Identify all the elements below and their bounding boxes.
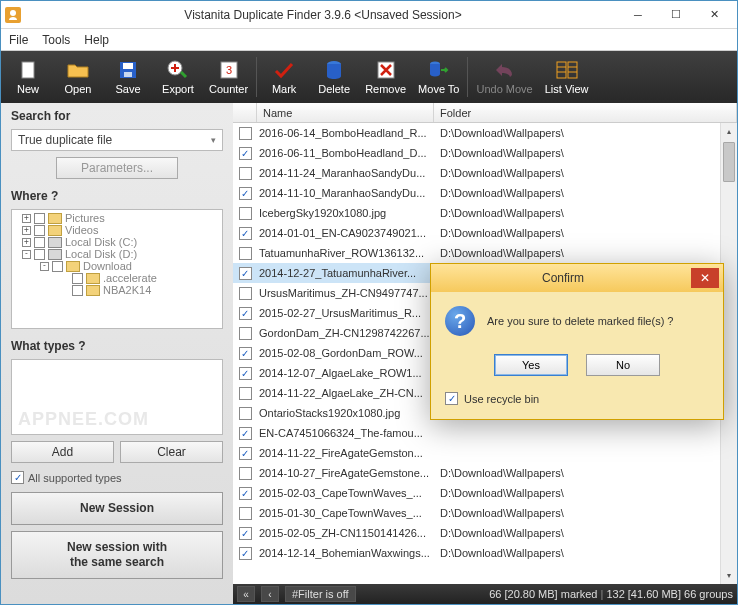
table-row[interactable]: ✓2014-12-14_BohemianWaxwings...D:\Downlo…: [233, 543, 737, 563]
toolbar-moveto-button[interactable]: Move To: [412, 53, 465, 101]
row-checkbox[interactable]: [239, 467, 252, 480]
tree-checkbox[interactable]: [34, 249, 45, 260]
row-name: IcebergSky1920x1080.jpg: [257, 207, 434, 219]
row-checkbox[interactable]: ✓: [239, 347, 252, 360]
toolbar-open-button[interactable]: Open: [53, 53, 103, 101]
row-checkbox[interactable]: ✓: [239, 527, 252, 540]
table-row[interactable]: 2014-11-24_MaranhaoSandyDu...D:\Download…: [233, 163, 737, 183]
tree-toggle-icon[interactable]: -: [40, 262, 49, 271]
row-checkbox[interactable]: ✓: [239, 547, 252, 560]
filter-status[interactable]: #Filter is off: [285, 586, 356, 602]
table-row[interactable]: ✓EN-CA7451066324_The-famou...: [233, 423, 737, 443]
yes-button[interactable]: Yes: [494, 354, 568, 376]
table-row[interactable]: ✓2014-01-01_EN-CA9023749021...D:\Downloa…: [233, 223, 737, 243]
row-checkbox[interactable]: [239, 167, 252, 180]
table-row[interactable]: ✓2015-02-05_ZH-CN1150141426...D:\Downloa…: [233, 523, 737, 543]
row-name: GordonDam_ZH-CN1298742267...: [257, 327, 434, 339]
row-checkbox[interactable]: ✓: [239, 187, 252, 200]
tree-item[interactable]: -Download: [14, 260, 220, 272]
recycle-checkbox[interactable]: ✓: [445, 392, 458, 405]
tree-toggle-icon[interactable]: +: [22, 226, 31, 235]
tree-checkbox[interactable]: [52, 261, 63, 272]
status-btn-2[interactable]: ‹: [261, 586, 279, 602]
row-checkbox[interactable]: ✓: [239, 227, 252, 240]
tree-item[interactable]: .accelerate: [14, 272, 220, 284]
row-name: TatuamunhaRiver_ROW136132...: [257, 247, 434, 259]
toolbar-listview-button[interactable]: List View: [539, 53, 595, 101]
row-checkbox[interactable]: ✓: [239, 367, 252, 380]
tree-item[interactable]: +Pictures: [14, 212, 220, 224]
tree-checkbox[interactable]: [34, 225, 45, 236]
row-checkbox[interactable]: [239, 247, 252, 260]
row-checkbox[interactable]: ✓: [239, 147, 252, 160]
row-checkbox[interactable]: [239, 407, 252, 420]
table-row[interactable]: ✓2016-06-11_BomboHeadland_D...D:\Downloa…: [233, 143, 737, 163]
confirm-dialog: Confirm ✕ ? Are you sure to delete marke…: [430, 263, 724, 420]
menu-file[interactable]: File: [9, 33, 28, 47]
toolbar-remove-button[interactable]: Remove: [359, 53, 412, 101]
all-types-checkbox[interactable]: ✓: [11, 471, 24, 484]
toolbar-mark-button[interactable]: Mark: [259, 53, 309, 101]
row-checkbox[interactable]: [239, 207, 252, 220]
scroll-up-icon[interactable]: ▴: [721, 123, 737, 140]
tree-toggle-icon[interactable]: +: [22, 214, 31, 223]
location-tree[interactable]: +Pictures+Videos+Local Disk (C:)-Local D…: [11, 209, 223, 329]
row-checkbox[interactable]: ✓: [239, 447, 252, 460]
table-row[interactable]: ✓2014-11-10_MaranhaoSandyDu...D:\Downloa…: [233, 183, 737, 203]
close-button[interactable]: ✕: [695, 4, 733, 26]
toolbar-counter-button[interactable]: 3Counter: [203, 53, 254, 101]
row-checkbox[interactable]: ✓: [239, 487, 252, 500]
row-checkbox[interactable]: [239, 327, 252, 340]
table-row[interactable]: 2014-10-27_FireAgateGemstone...D:\Downlo…: [233, 463, 737, 483]
row-checkbox[interactable]: ✓: [239, 267, 252, 280]
col-checkbox[interactable]: [233, 103, 257, 122]
tree-toggle-icon[interactable]: -: [22, 250, 31, 259]
tree-item[interactable]: +Videos: [14, 224, 220, 236]
toolbar-new-button[interactable]: New: [3, 53, 53, 101]
table-row[interactable]: IcebergSky1920x1080.jpgD:\Download\Wallp…: [233, 203, 737, 223]
table-row[interactable]: 2015-01-30_CapeTownWaves_...D:\Download\…: [233, 503, 737, 523]
col-name[interactable]: Name: [257, 103, 434, 122]
menu-tools[interactable]: Tools: [42, 33, 70, 47]
row-checkbox[interactable]: [239, 127, 252, 140]
col-folder[interactable]: Folder: [434, 103, 737, 122]
window-title: Vistanita Duplicate Finder 3.9.6 <Unsave…: [27, 8, 619, 22]
dialog-close-button[interactable]: ✕: [691, 268, 719, 288]
svg-point-0: [10, 10, 16, 16]
menu-help[interactable]: Help: [84, 33, 109, 47]
tree-checkbox[interactable]: [34, 237, 45, 248]
row-checkbox[interactable]: ✓: [239, 427, 252, 440]
tree-item[interactable]: -Local Disk (D:): [14, 248, 220, 260]
toolbar-export-button[interactable]: Export: [153, 53, 203, 101]
minimize-button[interactable]: ─: [619, 4, 657, 26]
table-row[interactable]: TatuamunhaRiver_ROW136132...D:\Download\…: [233, 243, 737, 263]
tree-checkbox[interactable]: [72, 273, 83, 284]
row-checkbox[interactable]: [239, 387, 252, 400]
row-checkbox[interactable]: [239, 287, 252, 300]
tree-item[interactable]: NBA2K14: [14, 284, 220, 296]
maximize-button[interactable]: ☐: [657, 4, 695, 26]
row-checkbox[interactable]: [239, 507, 252, 520]
status-btn-1[interactable]: «: [237, 586, 255, 602]
toolbar-save-button[interactable]: Save: [103, 53, 153, 101]
scroll-down-icon[interactable]: ▾: [721, 567, 737, 584]
tree-checkbox[interactable]: [72, 285, 83, 296]
toolbar-delete-button[interactable]: Delete: [309, 53, 359, 101]
dialog-message: Are you sure to delete marked file(s) ?: [487, 315, 673, 327]
new-session-button[interactable]: New Session: [11, 492, 223, 525]
toolbar-undo-button[interactable]: Undo Move: [470, 53, 538, 101]
table-row[interactable]: 2016-06-14_BomboHeadland_R...D:\Download…: [233, 123, 737, 143]
search-type-dropdown[interactable]: True duplicate file ▾: [11, 129, 223, 151]
table-row[interactable]: ✓2015-02-03_CapeTownWaves_...D:\Download…: [233, 483, 737, 503]
add-button[interactable]: Add: [11, 441, 114, 463]
tree-checkbox[interactable]: [34, 213, 45, 224]
new-session-same-button[interactable]: New session withthe same search: [11, 531, 223, 579]
tree-toggle-icon[interactable]: +: [22, 238, 31, 247]
table-row[interactable]: ✓2014-11-22_FireAgateGemston...: [233, 443, 737, 463]
scroll-thumb[interactable]: [723, 142, 735, 182]
no-button[interactable]: No: [586, 354, 660, 376]
clear-button[interactable]: Clear: [120, 441, 223, 463]
tree-item[interactable]: +Local Disk (C:): [14, 236, 220, 248]
parameters-button[interactable]: Parameters...: [56, 157, 178, 179]
row-checkbox[interactable]: ✓: [239, 307, 252, 320]
